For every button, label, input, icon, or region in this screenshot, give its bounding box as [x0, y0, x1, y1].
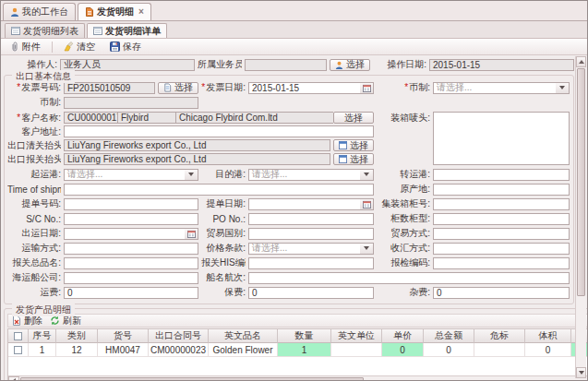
misc-fee-field[interactable]: 0 [433, 287, 570, 299]
price-terms-select[interactable]: 请选择... [248, 243, 360, 255]
currency2-label: 币制: [7, 96, 61, 109]
forex-mode-field[interactable] [433, 243, 570, 255]
clear-button[interactable]: 清空 [58, 39, 101, 55]
inspection-code-field[interactable] [433, 257, 570, 269]
vertical-scrollbar[interactable] [575, 56, 586, 378]
container-no-field[interactable] [433, 198, 570, 210]
salesman-select-button[interactable]: 选择 [330, 59, 370, 71]
col-volume[interactable]: 体积 [525, 329, 571, 343]
trade-country-field[interactable] [248, 228, 374, 240]
required-mark: * [201, 82, 205, 92]
invoice-date-field[interactable]: 2015-01-15 [248, 82, 360, 94]
vessel-voyage-field[interactable] [248, 272, 570, 284]
product-detail-fieldset: 发货产品明细 删除 刷新 序号 类别 货号 出口合同号 英 [4, 308, 587, 380]
insurance-label: 保费: [201, 286, 246, 299]
chevron-down-icon[interactable] [556, 82, 570, 94]
declare-name-field[interactable] [64, 257, 198, 269]
tab-shipping-detail[interactable]: 发货明细 × [78, 3, 151, 20]
tab-shipping-form[interactable]: 发货明细详单 [87, 23, 167, 38]
hscroll-thumb[interactable] [20, 377, 364, 381]
col-unit-price[interactable]: 单价 [382, 329, 424, 343]
shipping-company-field[interactable] [64, 272, 198, 284]
customer-select-button[interactable]: 选择 [333, 112, 374, 124]
bl-no-field[interactable] [64, 198, 198, 210]
row-checkbox[interactable] [14, 346, 22, 354]
vscroll-track[interactable] [576, 67, 586, 367]
transfer-port-field[interactable] [433, 169, 570, 181]
clearance-select-button[interactable]: 选择 [333, 139, 374, 151]
export-info-fieldset: 出口基本信息 *发票号码: FP2015010509 选择 *发票日期: 201… [4, 75, 574, 304]
save-label: 保存 [123, 41, 141, 54]
time-of-shipment-field[interactable] [64, 184, 374, 196]
freight-field[interactable]: 0 [64, 287, 198, 299]
col-english-name[interactable]: 英文品名 [209, 329, 278, 343]
calendar-icon[interactable] [185, 228, 198, 240]
close-icon[interactable]: × [138, 8, 144, 16]
col-total-amount[interactable]: 总金额 [424, 329, 474, 343]
col-category[interactable]: 类别 [56, 329, 98, 343]
save-button[interactable]: 保存 [104, 39, 147, 55]
scroll-up-icon[interactable] [576, 56, 586, 67]
currency-select[interactable]: 请选择... [433, 82, 556, 94]
tab-shipping-list[interactable]: 发货明细列表 [5, 23, 85, 38]
sc-no-field[interactable] [64, 213, 198, 225]
app-window: 我的工作台 发货明细 × 发货明细列表 发货明细详单 附件 清空 [0, 0, 588, 381]
vscroll-thumb[interactable] [577, 68, 585, 296]
hs-code-field[interactable] [248, 257, 374, 269]
ship-date-field[interactable] [64, 228, 185, 240]
insurance-field[interactable]: 0 [248, 287, 374, 299]
bl-date-field[interactable] [248, 198, 360, 210]
required-mark: * [17, 82, 20, 92]
origin-field[interactable] [433, 184, 570, 196]
col-quantity[interactable]: 数量 [278, 329, 331, 343]
export-info-legend: 出口基本信息 [12, 70, 75, 83]
departure-port-select[interactable]: 请选择... [64, 169, 185, 181]
customer-label: *客户名称: [7, 112, 61, 125]
required-mark: * [404, 82, 408, 92]
chevron-down-icon[interactable] [360, 243, 374, 255]
scroll-left-icon[interactable] [8, 376, 19, 381]
trade-country-label: 贸易国别: [201, 227, 246, 240]
hscroll-track[interactable] [19, 376, 587, 381]
col-contract-no[interactable]: 出口合同号 [149, 329, 209, 343]
cell-quantity[interactable]: 1 [278, 343, 331, 357]
transport-mode-label: 运输方式: [7, 242, 61, 255]
select-label: 选择 [344, 112, 363, 125]
cabinet-field[interactable] [433, 213, 570, 225]
customer-addr-field[interactable] [64, 125, 374, 137]
col-english-unit[interactable]: 英文单位 [331, 329, 382, 343]
horizontal-scrollbar[interactable] [8, 375, 587, 380]
col-seq[interactable]: 序号 [29, 329, 56, 343]
select-all-checkbox[interactable] [14, 332, 22, 340]
header-checkbox-cell[interactable] [8, 329, 29, 343]
table-row[interactable]: 1 12 HM0047 CM00000023 Golden Flower 1 0… [8, 343, 587, 357]
col-item-no[interactable]: 货号 [98, 329, 149, 343]
po-no-field[interactable] [248, 213, 374, 225]
clear-brush-icon [64, 42, 74, 52]
row-checkbox-cell[interactable] [8, 343, 29, 357]
required-mark: * [17, 113, 20, 123]
declare-select-button[interactable]: 选择 [333, 153, 374, 165]
cell-unit-price[interactable]: 0 [382, 343, 424, 357]
marks-textarea[interactable] [433, 112, 570, 165]
invoice-select-button[interactable]: 选择 [158, 82, 198, 94]
declare-title-label: 出口报关抬头: [7, 153, 61, 166]
calendar-icon[interactable] [360, 198, 374, 210]
scroll-down-icon[interactable] [576, 367, 586, 378]
product-detail-legend: 发货产品明细 [12, 304, 75, 316]
departure-port-label: 起运港: [7, 168, 61, 181]
tab-workbench[interactable]: 我的工作台 [3, 3, 76, 20]
declare-name-label: 报关总品名: [7, 256, 61, 269]
trade-mode-field[interactable] [433, 228, 570, 240]
transport-mode-field[interactable] [64, 243, 198, 255]
list-icon [11, 27, 20, 35]
chevron-down-icon[interactable] [360, 169, 374, 181]
main-toolbar: 附件 清空 保存 [1, 39, 587, 55]
forex-mode-label: 收汇方式: [377, 242, 430, 255]
declare-title-field: LiuYang Fireworks export Co., Ltd [64, 153, 330, 165]
calendar-icon[interactable] [360, 82, 374, 94]
chevron-down-icon[interactable] [185, 169, 198, 181]
col-hazard-mark[interactable]: 危标 [474, 329, 525, 343]
attachment-button[interactable]: 附件 [5, 39, 46, 55]
dest-port-select[interactable]: 请选择... [248, 169, 360, 181]
